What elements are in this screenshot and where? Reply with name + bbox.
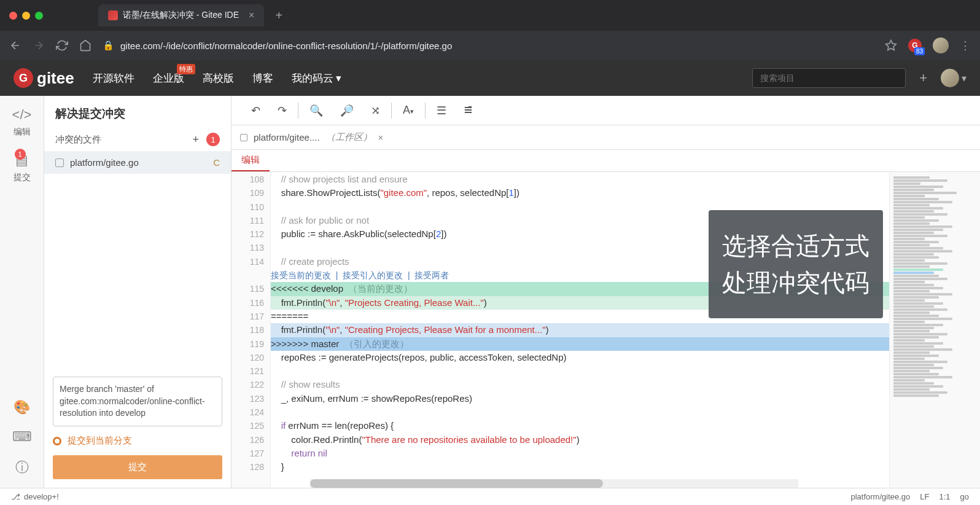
status-language[interactable]: go <box>960 492 969 501</box>
extension-badge[interactable]: G 83 <box>908 39 922 52</box>
line-gutter: 108 109 110 111 112 113 114 115 116 117 … <box>231 172 271 488</box>
status-branch[interactable]: ⎇ develop+! <box>11 492 59 501</box>
url-display[interactable]: 🔒 gitee.com/-/ide/conflict/normalcoder/o… <box>103 40 874 51</box>
section-label: 冲突的文件 <box>55 134 101 146</box>
branch-icon: ⎇ <box>11 492 20 501</box>
user-avatar-icon[interactable] <box>941 69 959 87</box>
new-tab-button[interactable]: + <box>275 9 282 23</box>
target-icon <box>53 437 61 445</box>
list-icon[interactable]: ☰ <box>428 104 455 117</box>
commit-badge: 1 <box>15 149 26 160</box>
rail-label: 提交 <box>14 172 31 183</box>
lock-icon: 🔒 <box>103 40 114 51</box>
gitee-favicon-icon <box>108 10 118 20</box>
brand-text: gitee <box>37 69 74 88</box>
commit-button[interactable]: 提交 <box>53 455 222 479</box>
url-text: gitee.com/-/ide/conflict/normalcoder/onl… <box>120 41 452 51</box>
horizontal-scrollbar[interactable] <box>310 479 798 488</box>
chevron-down-icon: ▾ <box>336 72 341 84</box>
commit-target[interactable]: 提交到当前分支 <box>53 435 222 447</box>
overlay-line1: 选择合适方式 <box>722 227 869 264</box>
sidebar-title: 解决提交冲突 <box>44 96 231 128</box>
indent-icon[interactable]: ≡̄ <box>455 104 481 117</box>
search-icon[interactable]: 🔍 <box>301 104 332 117</box>
conflict-count-badge: 1 <box>206 133 220 146</box>
nav-enterprise[interactable]: 企业版 特惠 <box>153 71 184 85</box>
activity-rail: </> 编辑 ▤ 1 提交 🎨 ⌨ ⓘ <box>0 96 44 488</box>
browser-tab[interactable]: 诺墨/在线解决冲突 - Gitee IDE × <box>98 4 264 26</box>
maximize-window-icon[interactable] <box>35 12 43 20</box>
editor-tabs: platform/gitee.... （工作区） × <box>231 125 980 150</box>
star-icon[interactable] <box>885 39 897 52</box>
chevron-down-icon[interactable]: ▾ <box>962 72 966 84</box>
browser-menu-icon[interactable]: ⋮ <box>960 39 971 52</box>
minimap[interactable] <box>889 172 980 488</box>
create-icon[interactable]: + <box>919 70 927 86</box>
back-icon[interactable] <box>9 39 21 52</box>
code-icon: </> <box>12 107 32 123</box>
close-tab-icon[interactable]: × <box>378 132 384 143</box>
commit-target-label: 提交到当前分支 <box>68 435 132 447</box>
font-icon[interactable]: A▾ <box>394 104 422 117</box>
search-input[interactable] <box>752 68 906 88</box>
rail-label: 编辑 <box>14 127 31 138</box>
instruction-overlay: 选择合适方式 处理冲突代码 <box>709 210 883 318</box>
tab-workspace-label: （工作区） <box>326 131 372 143</box>
overlay-line2: 处理冲突代码 <box>722 264 869 301</box>
status-bar: ⎇ develop+! platform/gitee.go LF 1:1 go <box>0 488 980 505</box>
keyboard-icon[interactable]: ⌨ <box>12 429 32 445</box>
accept-incoming-link[interactable]: 接受引入的更改 <box>343 270 403 280</box>
svg-marker-0 <box>886 41 896 50</box>
editor: ↶ ↷ 🔍 🔎 ⤨ A▾ ☰ ≡̄ platform/gitee.... （工作… <box>231 96 980 488</box>
status-encoding[interactable]: LF <box>920 492 929 501</box>
gitee-navbar: G gitee 开源软件 企业版 特惠 高校版 博客 我的码云 ▾ + ▾ <box>0 60 980 96</box>
status-position[interactable]: 1:1 <box>939 492 950 501</box>
subtab-edit[interactable]: 编辑 <box>231 150 270 171</box>
info-icon[interactable]: ⓘ <box>15 458 29 477</box>
minimize-window-icon[interactable] <box>22 12 30 20</box>
accept-current-link[interactable]: 接受当前的更改 <box>271 270 331 280</box>
gitee-logo[interactable]: G gitee <box>14 68 74 88</box>
tab-title: 诺墨/在线解决冲突 - Gitee IDE <box>123 10 239 21</box>
commit-message-input[interactable]: Merge branch 'master' of gitee.com:norma… <box>53 377 222 426</box>
browser-url-bar: 🔒 gitee.com/-/ide/conflict/normalcoder/o… <box>0 31 980 60</box>
editor-toolbar: ↶ ↷ 🔍 🔎 ⤨ A▾ ☰ ≡̄ <box>231 96 980 125</box>
sidebar: 解决提交冲突 冲突的文件 + 1 platform/gitee.go C Mer… <box>44 96 231 488</box>
shuffle-icon[interactable]: ⤨ <box>362 104 389 117</box>
add-icon[interactable]: + <box>192 133 199 146</box>
file-checkbox-icon[interactable] <box>55 159 64 167</box>
sidebar-section: 冲突的文件 + 1 <box>44 128 231 151</box>
nav-mygitee[interactable]: 我的码云 ▾ <box>292 71 342 85</box>
find-replace-icon[interactable]: 🔎 <box>332 104 362 117</box>
tab-filename: platform/gitee.... <box>254 132 320 143</box>
profile-avatar-icon[interactable] <box>933 37 949 53</box>
nav-university[interactable]: 高校版 <box>203 71 234 85</box>
traffic-lights <box>9 12 43 20</box>
close-tab-icon[interactable]: × <box>249 10 254 21</box>
extension-count: 83 <box>914 47 925 55</box>
file-status-mark: C <box>213 157 220 168</box>
reload-icon[interactable] <box>56 39 68 52</box>
gitee-logo-icon: G <box>14 68 33 88</box>
rail-commit[interactable]: ▤ 1 提交 <box>14 152 31 183</box>
file-name: platform/gitee.go <box>70 157 207 168</box>
palette-icon[interactable]: 🎨 <box>14 399 30 415</box>
file-tab[interactable]: platform/gitee.... （工作区） × <box>231 125 392 149</box>
undo-icon[interactable]: ↶ <box>243 104 269 117</box>
window-title-bar: 诺墨/在线解决冲突 - Gitee IDE × + <box>0 0 980 31</box>
branch-name: develop+! <box>24 492 59 501</box>
editor-subtabs: 编辑 <box>231 150 980 172</box>
sidebar-file-item[interactable]: platform/gitee.go C <box>44 151 231 174</box>
tab-checkbox-icon <box>240 134 247 141</box>
home-icon[interactable] <box>79 39 91 52</box>
redo-icon[interactable]: ↷ <box>269 104 295 117</box>
accept-both-link[interactable]: 接受两者 <box>414 270 449 280</box>
close-window-icon[interactable] <box>9 12 17 20</box>
nav-blog[interactable]: 博客 <box>252 71 273 85</box>
nav-opensource[interactable]: 开源软件 <box>93 71 134 85</box>
status-file[interactable]: platform/gitee.go <box>850 492 910 501</box>
forward-icon[interactable] <box>33 39 45 52</box>
rail-edit[interactable]: </> 编辑 <box>12 107 32 138</box>
enterprise-badge: 特惠 <box>177 64 195 74</box>
